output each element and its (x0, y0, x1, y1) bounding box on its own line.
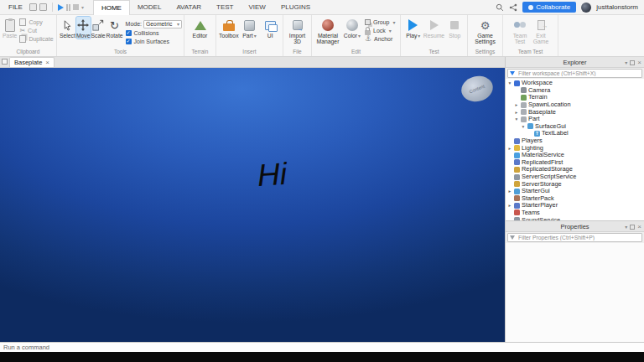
user-avatar[interactable] (581, 3, 591, 13)
material-manager-button[interactable]: MaterialManager (314, 17, 341, 44)
quick-play-icon[interactable] (58, 4, 64, 11)
surfacegui-textlabel[interactable]: Hi (256, 156, 290, 194)
collapsed-arrow-icon[interactable]: ▸ (507, 188, 512, 194)
collaborate-button[interactable]: Collaborate (522, 2, 576, 13)
copy-quick-icon[interactable] (29, 3, 37, 11)
chevron-down-icon[interactable]: ▾ (625, 59, 627, 65)
anchor-button[interactable]: ⚓Anchor (365, 35, 395, 43)
tree-item-workspace[interactable]: ▾Workspace (506, 80, 644, 87)
play-button[interactable]: Play (403, 17, 423, 39)
textlabel-icon: T (534, 131, 540, 137)
command-input[interactable] (0, 343, 644, 352)
game-settings-button[interactable]: ⚙ GameSettings (472, 17, 499, 44)
floating-part[interactable]: Content (459, 73, 496, 105)
collapsed-arrow-icon[interactable]: ▸ (514, 101, 519, 108)
cut-button[interactable]: ✂Cut (19, 27, 53, 34)
close-icon[interactable]: × (637, 59, 641, 66)
file-menu-button[interactable]: FILE (4, 2, 27, 13)
tab-list-icon[interactable] (2, 59, 8, 65)
quick-pause-icon (66, 4, 70, 11)
collapsed-arrow-icon[interactable]: ▸ (507, 145, 512, 152)
pop-out-icon[interactable] (630, 225, 635, 230)
tab-avatar[interactable]: AVATAR (169, 0, 209, 15)
paste-quick-icon[interactable] (39, 3, 47, 11)
copy-button[interactable]: Copy (19, 18, 53, 26)
3d-viewport[interactable]: Hi Content (0, 68, 505, 342)
properties-filter-row (506, 232, 644, 243)
exit-game-icon (538, 20, 545, 30)
close-icon[interactable]: × (45, 59, 49, 66)
move-tool-button[interactable]: Move (76, 17, 91, 39)
collapsed-arrow-icon[interactable]: ▸ (507, 202, 512, 209)
materialservice-icon (514, 153, 520, 158)
tree-item-baseplate[interactable]: ▸Baseplate (506, 108, 644, 116)
join-surfaces-checkbox[interactable]: Join Surfaces (126, 38, 182, 45)
tree-item-surfacegui[interactable]: ▾SurfaceGui (506, 123, 644, 131)
tree-item-part[interactable]: ▾Part (506, 116, 644, 123)
chevron-down-icon[interactable]: ▾ (625, 224, 627, 230)
terrain-editor-button[interactable]: Editor (190, 17, 210, 39)
part-button[interactable]: Part (240, 17, 260, 39)
tab-test[interactable]: TEST (209, 0, 241, 15)
part-cube-icon (244, 20, 255, 31)
lock-button[interactable]: Lock (365, 27, 395, 34)
tree-item-teams[interactable]: Teams (506, 209, 644, 217)
import-3d-button[interactable]: Import3D (288, 17, 308, 44)
document-tab-baseplate[interactable]: Baseplate × (9, 57, 55, 67)
toolbox-button[interactable]: Toolbox (219, 17, 239, 39)
explorer-header[interactable]: Explorer ▾ × (506, 57, 644, 68)
close-icon[interactable]: × (637, 224, 641, 230)
tab-plugins[interactable]: PLUGINS (273, 0, 318, 15)
color-button[interactable]: Color (342, 17, 362, 39)
group-icon (365, 19, 371, 25)
tab-view[interactable]: VIEW (241, 0, 273, 15)
team-test-button[interactable]: TeamTest (510, 17, 530, 44)
duplicate-icon (19, 35, 26, 43)
expanded-arrow-icon[interactable]: ▾ (521, 123, 526, 130)
properties-title: Properties (506, 223, 644, 230)
tab-home[interactable]: HOME (93, 0, 130, 15)
tree-item-label: TextLabel (542, 130, 569, 137)
serverstorage-icon (514, 181, 520, 187)
surfacegui-icon (527, 123, 533, 129)
select-cursor-icon (60, 18, 74, 32)
resume-button[interactable]: Resume (424, 17, 444, 39)
tree-item-soundservice[interactable]: SoundService (506, 216, 644, 220)
username-label: justtalonstorm (596, 3, 638, 11)
collisions-checkbox[interactable]: Collisions (126, 29, 182, 37)
group-button[interactable]: Group (365, 18, 395, 26)
properties-filter-input[interactable] (507, 233, 642, 242)
startergui-icon (514, 189, 520, 194)
properties-header[interactable]: Properties ▾ × (506, 221, 644, 232)
share-icon[interactable] (509, 3, 517, 12)
tree-item-camera[interactable]: Camera (506, 87, 644, 95)
tree-item-label: Teams (522, 209, 540, 216)
duplicate-button[interactable]: Duplicate (19, 35, 53, 43)
rotate-tool-button[interactable]: ↻ Rotate (106, 17, 123, 39)
exit-game-button[interactable]: ExitGame (531, 17, 551, 44)
spawnlocation-icon (521, 102, 527, 108)
clipboard-icon (5, 19, 15, 32)
material-manager-icon (322, 19, 334, 31)
tree-item-spawnlocation[interactable]: ▸SpawnLocation (506, 101, 644, 109)
mode-dropdown[interactable]: Geometric (143, 20, 182, 28)
pop-out-icon[interactable] (630, 60, 635, 65)
tab-model[interactable]: MODEL (130, 0, 169, 15)
roblox-studio-window: FILE ▾ HOME MODEL AVATAR TEST VIEW PLUGI… (0, 0, 644, 362)
tree-item-terrain[interactable]: Terrain (506, 94, 644, 101)
search-icon[interactable] (496, 3, 504, 12)
clipboard-group-label: Clipboard (3, 49, 54, 56)
tree-item-label: ServerScriptService (522, 173, 576, 180)
expanded-arrow-icon[interactable]: ▾ (514, 116, 519, 122)
expanded-arrow-icon[interactable]: ▾ (507, 80, 512, 86)
select-tool-button[interactable]: Select (60, 17, 75, 39)
collapsed-arrow-icon[interactable]: ▸ (514, 109, 519, 116)
ui-button[interactable]: UI (260, 17, 280, 39)
paste-button[interactable]: Paste (3, 17, 17, 39)
properties-panel: Properties ▾ × (506, 221, 644, 342)
scale-tool-button[interactable]: Scale (91, 17, 106, 39)
chevron-down-icon[interactable]: ▾ (81, 5, 84, 10)
explorer-filter-input[interactable] (507, 69, 642, 78)
checkbox-checked-icon (126, 39, 132, 44)
stop-button[interactable]: Stop (445, 17, 465, 39)
